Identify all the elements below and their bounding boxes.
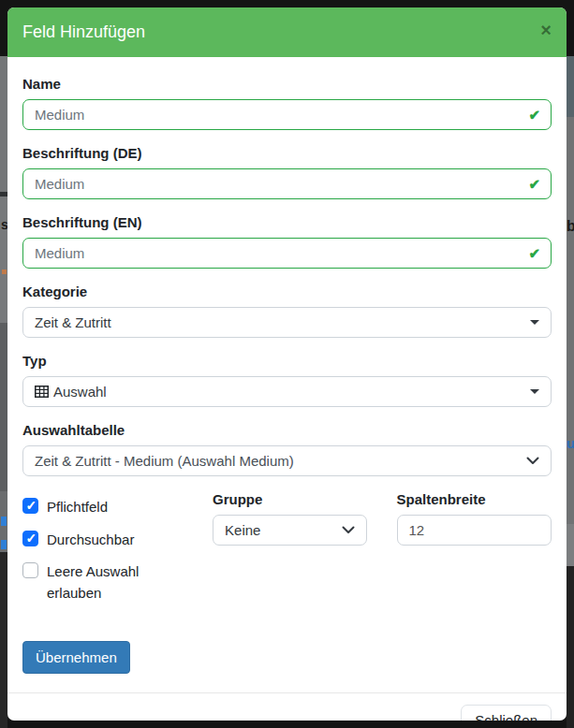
category-label: Kategorie — [22, 284, 552, 298]
background-fragment: s — [0, 197, 7, 323]
options-row: Pflichtfeld Durchsuchbar Leere Auswahl e… — [22, 492, 552, 615]
modal-body: Name ✔ Beschriftung (DE) ✔ Beschriftung … — [7, 57, 567, 692]
searchable-check-row: Durchsuchbar — [22, 530, 205, 551]
close-button[interactable]: Schließen — [461, 705, 552, 721]
category-dropdown[interactable]: Zeit & Zutritt — [22, 307, 552, 338]
name-field-group: Name ✔ — [22, 77, 552, 130]
allow-empty-checkbox-label[interactable]: Leere Auswahl erlauben — [47, 561, 164, 604]
label-en-label: Beschriftung (EN) — [22, 215, 552, 229]
selection-table-select[interactable]: Zeit & Zutritt - Medium (Auswahl Medium) — [22, 445, 552, 476]
group-value: Keine — [225, 522, 260, 538]
label-de-label: Beschriftung (DE) — [22, 146, 552, 160]
selection-table-label: Auswahltabelle — [22, 423, 552, 437]
allow-empty-checkbox[interactable] — [22, 562, 38, 578]
searchable-checkbox[interactable] — [22, 531, 38, 546]
caret-down-icon — [530, 320, 539, 325]
chevron-down-icon — [342, 526, 355, 534]
background-fragment — [567, 56, 574, 117]
background-text-fragment — [1, 517, 7, 526]
category-field-group: Kategorie Zeit & Zutritt — [22, 284, 552, 338]
column-width-label: Spaltenbreite — [397, 492, 552, 506]
required-checkbox[interactable] — [22, 498, 38, 514]
background-fragment — [0, 56, 7, 192]
background-fragment — [0, 552, 7, 728]
group-select[interactable]: Keine — [213, 515, 367, 546]
background-text-fragment — [2, 269, 7, 274]
background-fragment: AC — [0, 323, 7, 491]
required-check-row: Pflichtfeld — [22, 497, 205, 518]
column-width-input[interactable] — [397, 515, 552, 546]
background-text-fragment: s — [1, 217, 7, 232]
label-de-field-group: Beschriftung (DE) ✔ — [22, 146, 552, 199]
searchable-checkbox-label[interactable]: Durchsuchbar — [47, 530, 134, 551]
label-en-field-group: Beschriftung (EN) ✔ — [22, 215, 552, 269]
background-fragment — [567, 566, 574, 728]
type-value: Auswahl — [53, 384, 107, 400]
name-label: Name — [22, 77, 552, 91]
background-text-fragment: b — [567, 218, 574, 235]
type-label: Typ — [22, 354, 552, 368]
label-de-input[interactable] — [22, 168, 552, 199]
type-field-group: Typ Auswahl — [22, 354, 552, 407]
group-field-group: Gruppe Keine — [213, 492, 367, 546]
modal-footer: Schließen — [7, 692, 567, 721]
category-value: Zeit & Zutritt — [35, 314, 111, 330]
background-text-fragment — [1, 540, 7, 549]
group-label: Gruppe — [213, 492, 367, 506]
allow-empty-check-row: Leere Auswahl erlauben — [22, 561, 205, 604]
type-dropdown[interactable]: Auswahl — [22, 376, 552, 407]
column-width-field-group: Spaltenbreite — [397, 492, 552, 546]
checkbox-column: Pflichtfeld Durchsuchbar Leere Auswahl e… — [22, 492, 205, 615]
apply-button[interactable]: Übernehmen — [22, 641, 130, 674]
table-icon — [35, 386, 49, 398]
label-en-input[interactable] — [22, 238, 552, 269]
background-text-fragment: u — [567, 435, 574, 451]
background-fragment — [567, 524, 574, 566]
required-checkbox-label[interactable]: Pflichtfeld — [47, 497, 108, 518]
add-field-modal: Feld Hinzufügen × Name ✔ Beschriftung (D… — [7, 7, 567, 721]
name-input[interactable] — [22, 99, 552, 130]
selection-table-value: Zeit & Zutritt - Medium (Auswahl Medium) — [35, 453, 294, 469]
background-fragment — [0, 491, 7, 552]
background-fragment: b u — [567, 117, 574, 524]
modal-header: Feld Hinzufügen × — [7, 7, 567, 57]
selection-table-field-group: Auswahltabelle Zeit & Zutritt - Medium (… — [22, 423, 552, 476]
chevron-down-icon — [526, 457, 539, 465]
close-icon[interactable]: × — [540, 21, 552, 39]
caret-down-icon — [530, 389, 539, 394]
modal-title: Feld Hinzufügen — [22, 22, 145, 42]
